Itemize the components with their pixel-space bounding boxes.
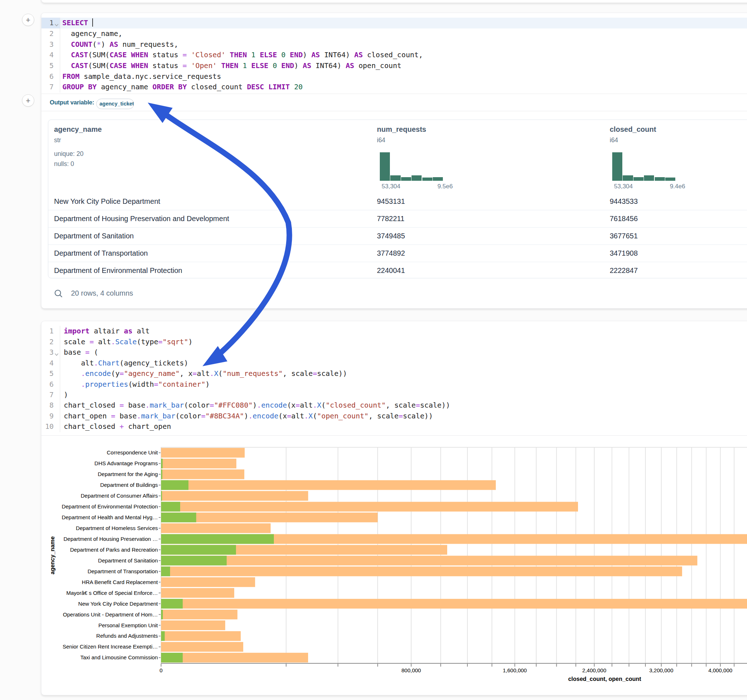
line-number: 7 xyxy=(41,389,54,400)
cell-closed_count: 3677651 xyxy=(610,228,638,244)
table-row[interactable]: New York City Police Department945313194… xyxy=(48,193,747,210)
line-number: 7 xyxy=(41,82,54,92)
table-row[interactable]: Department of Environmental Protection22… xyxy=(48,262,747,278)
code-line-text: SELECT xyxy=(62,18,93,29)
output-variable-row: Output variable: agency_tickets xyxy=(41,94,747,111)
bar-closed_count-1[interactable] xyxy=(161,459,236,468)
line-number: 3 xyxy=(41,39,54,50)
y-axis-label: DHS Advantage Programs xyxy=(94,460,158,466)
bar-closed_count-12[interactable] xyxy=(161,577,255,587)
code-line-text: scale = alt.Scale(type="sqrt") xyxy=(64,337,192,347)
column-header-agency_name[interactable]: agency_name xyxy=(54,125,101,134)
table-row[interactable]: Department of Transportation377489234719… xyxy=(48,244,747,262)
line-number: 10 xyxy=(41,421,54,432)
bar-closed_count-19[interactable] xyxy=(161,653,308,662)
bar-closed_count-15[interactable] xyxy=(161,609,237,619)
y-axis-label: Department of Sanitation xyxy=(98,557,158,564)
python-line-10[interactable]: 10chart_closed + chart_open xyxy=(41,421,747,432)
sql-line-7[interactable]: 7GROUP BY agency_name ORDER BY closed_co… xyxy=(41,82,747,92)
line-number: 1 xyxy=(41,326,54,336)
sql-line-2[interactable]: 2 agency_name, xyxy=(41,29,747,39)
bar-open_count-5[interactable] xyxy=(161,502,180,512)
python-line-9[interactable]: 9chart_open = base.mark_bar(color="#8BC3… xyxy=(41,411,747,421)
cell-agency_name: Department of Sanitation xyxy=(54,228,134,244)
table-row[interactable]: Department of Housing Preservation and D… xyxy=(48,210,747,227)
bar-closed_count-7[interactable] xyxy=(161,523,271,533)
sql-line-4[interactable]: 4 CAST(SUM(CASE WHEN status = 'Closed' T… xyxy=(41,50,747,60)
bar-closed_count-13[interactable] xyxy=(161,588,234,598)
histogram-bar xyxy=(401,177,411,180)
bar-closed_count-10[interactable] xyxy=(161,556,697,565)
column-header-closed_count[interactable]: closed_count xyxy=(610,125,656,134)
bar-closed_count-14[interactable] xyxy=(161,599,747,608)
code-line-text: alt.Chart(agency_tickets) xyxy=(64,358,188,368)
histogram-bar xyxy=(612,152,622,181)
bar-closed_count-4[interactable] xyxy=(161,491,308,501)
python-code-editor[interactable]: 1import altair as alt2scale = alt.Scale(… xyxy=(41,326,747,432)
bar-open_count-19[interactable] xyxy=(161,653,183,662)
bar-closed_count-16[interactable] xyxy=(161,620,225,630)
column-stat: nulls: 0 xyxy=(54,160,74,168)
output-variable-chip[interactable]: agency_tickets xyxy=(96,99,134,109)
bar-open_count-4[interactable] xyxy=(161,491,162,501)
python-line-5[interactable]: 5 .encode(y="agency_name", x=alt.X("num_… xyxy=(41,368,747,379)
y-axis-label: Mayorâ€ s Office of Special Enforce… xyxy=(66,590,158,596)
bar-open_count-6[interactable] xyxy=(161,513,197,522)
active-line-highlight xyxy=(60,18,747,29)
sql-line-6[interactable]: 6FROM sample_data.nyc.service_requests xyxy=(41,71,747,82)
sql-line-5[interactable]: 5 CAST(SUM(CASE WHEN status = 'Open' THE… xyxy=(41,60,747,71)
bar-open_count-1[interactable] xyxy=(161,459,163,468)
bar-open_count-17[interactable] xyxy=(161,631,165,641)
y-axis-label: Operations Unit - Department of Hom… xyxy=(63,611,158,617)
bar-closed_count-17[interactable] xyxy=(161,631,241,641)
bar-closed_count-5[interactable] xyxy=(161,502,578,512)
python-line-6[interactable]: 6 .properties(width="container") xyxy=(41,379,747,389)
code-line-text: .properties(width="container") xyxy=(64,379,210,389)
code-line-text: agency_name, xyxy=(62,29,122,39)
bar-open_count-3[interactable] xyxy=(161,480,189,490)
bar-closed_count-18[interactable] xyxy=(161,642,243,652)
bar-closed_count-3[interactable] xyxy=(161,480,496,490)
bar-open_count-2[interactable] xyxy=(161,469,163,479)
sql-code-editor[interactable]: 1SELECT 2 agency_name,3 COUNT(*) AS num_… xyxy=(41,18,747,92)
column-type: i64 xyxy=(377,136,385,144)
python-line-8[interactable]: 8chart_closed = base.mark_bar(color="#FF… xyxy=(41,400,747,410)
python-line-3[interactable]: 3base = ( xyxy=(41,347,747,358)
table-rows: New York City Police Department945313194… xyxy=(48,193,747,278)
x-axis-label: 1,600,000 xyxy=(503,667,527,673)
bar-open_count-10[interactable] xyxy=(161,556,227,565)
add-cell-button-top[interactable]: + xyxy=(22,14,34,26)
histogram-bar xyxy=(644,175,654,181)
bar-open_count-9[interactable] xyxy=(161,545,236,555)
python-line-1[interactable]: 1import altair as alt xyxy=(41,326,747,336)
sql-line-3[interactable]: 3 COUNT(*) AS num_requests, xyxy=(41,39,747,50)
fold-chevron-icon[interactable] xyxy=(54,351,59,358)
line-number: 9 xyxy=(41,411,54,421)
python-line-4[interactable]: 4 alt.Chart(agency_tickets) xyxy=(41,358,747,368)
sql-line-1[interactable]: 1SELECT xyxy=(41,18,747,29)
bar-open_count-14[interactable] xyxy=(161,599,183,608)
column-header-num_requests[interactable]: num_requests xyxy=(377,125,426,134)
bar-open_count-11[interactable] xyxy=(161,566,170,576)
x-axis-label: 3,200,000 xyxy=(649,667,673,673)
bar-open_count-15[interactable] xyxy=(161,609,163,619)
bar-closed_count-11[interactable] xyxy=(161,566,682,576)
table-row[interactable]: Department of Sanitation37494853677651 xyxy=(48,227,747,244)
line-number: 2 xyxy=(41,29,54,39)
add-cell-button-below-sql[interactable]: + xyxy=(22,94,34,107)
python-line-7[interactable]: 7) xyxy=(41,389,747,400)
search-icon[interactable] xyxy=(54,290,63,299)
python-line-2[interactable]: 2scale = alt.Scale(type="sqrt") xyxy=(41,337,747,347)
cell-closed_count: 2222847 xyxy=(610,262,638,278)
y-axis-label: Personal Exemption Unit xyxy=(98,622,158,628)
line-number: 8 xyxy=(41,400,54,410)
bar-closed_count-2[interactable] xyxy=(161,469,244,479)
y-axis-label: Department of Transportation xyxy=(88,568,158,574)
bar-closed_count-0[interactable] xyxy=(161,448,245,458)
y-axis-label: Department for the Aging xyxy=(98,471,158,477)
line-number: 2 xyxy=(41,337,54,347)
histogram-max-label: 9.4e6 xyxy=(670,183,685,190)
altair-chart: Correspondence UnitDHS Advantage Program… xyxy=(41,436,747,697)
fold-chevron-icon[interactable] xyxy=(54,22,59,28)
bar-open_count-8[interactable] xyxy=(161,534,274,544)
